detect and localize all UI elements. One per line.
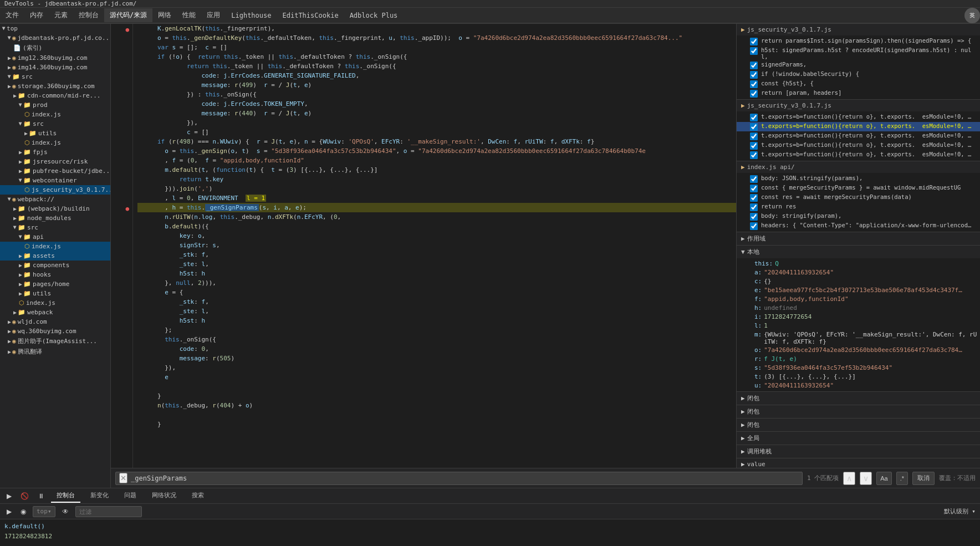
tree-item-index-jdbean[interactable]: 📄 (索引) <box>0 43 110 53</box>
menu-network[interactable]: 网络 <box>152 8 177 22</box>
tree-item-src-cdn[interactable]: ▶ 📁 src <box>0 119 110 129</box>
scope-item-m[interactable]: m:{WUwiv: 'QPOsQ', EFcYR: '__makeSign_re… <box>746 330 980 346</box>
bp-checkbox[interactable] <box>750 71 758 79</box>
tree-item-assets[interactable]: ▶ 📁 assets <box>0 251 110 261</box>
tree-item-utils-cdn[interactable]: ▶ 📁 utils <box>0 129 110 138</box>
tree-item-hooks[interactable]: ▶ 📁 hooks <box>0 270 110 279</box>
tree-item-index-prod[interactable]: ⬡ index.js <box>0 110 110 119</box>
bp-checkbox[interactable] <box>750 151 758 159</box>
bp-checkbox[interactable] <box>750 194 758 202</box>
bp-item[interactable]: t.exports=b=function(){return o}, t.expo… <box>737 131 980 141</box>
bp-item[interactable]: body: stringify(param), <box>737 212 980 221</box>
tree-item-jdbeantask[interactable]: ▶ ◉ jdbeantask-pro.pf.jd.co... <box>0 33 110 43</box>
eye-btn[interactable]: 👁 <box>60 507 71 517</box>
tree-item-index-api[interactable]: ⬡ index.js <box>0 242 110 251</box>
section-header-api[interactable]: ▶ index.js api/ <box>737 161 980 173</box>
bp-item[interactable]: t.exports=b=function(){return o}, t.expo… <box>737 141 980 150</box>
bp-checkbox[interactable] <box>750 123 758 131</box>
console-pause-btn[interactable]: ⏸ <box>35 491 47 501</box>
tree-item-fpjs[interactable]: ▶ 📁 fpjs <box>0 147 110 157</box>
search-case-btn[interactable]: Aa <box>876 472 891 485</box>
tree-item-img12[interactable]: ▶ ◉ img12.360buyimg.com <box>0 53 110 63</box>
scope-item-i[interactable]: i:1712824772654 <box>746 313 980 322</box>
tree-item-src-root[interactable]: ▶ 📁 src <box>0 72 110 81</box>
tab-network-status[interactable]: 网络状况 <box>146 489 182 503</box>
bp-checkbox[interactable] <box>750 132 758 140</box>
bp-checkbox[interactable] <box>750 185 758 192</box>
search-input[interactable] <box>131 474 799 482</box>
bp-item[interactable]: const res = await mergeSecurityParams(da… <box>737 193 980 202</box>
scope-item-t[interactable]: t:(3) [{...}, {...}, {...}] <box>746 372 980 381</box>
menu-sources[interactable]: 源代码/来源 <box>104 8 152 22</box>
menu-application[interactable]: 应用 <box>201 8 226 22</box>
tree-item-webpack-buildin[interactable]: ▶ 📁 (webpack)/buildin <box>0 204 110 213</box>
tree-item-top[interactable]: ▶ top <box>0 24 110 33</box>
scope-header-closure3[interactable]: ▶ 闭包 <box>737 419 980 431</box>
tree-item-prod[interactable]: ▶ 📁 prod <box>0 100 110 110</box>
bp-item[interactable]: h5st: signedParams.h5st ? encodeURI(sign… <box>737 46 980 60</box>
bp-item[interactable]: return params$Inst.sign(paramsSign).then… <box>737 37 980 46</box>
bp-checkbox[interactable] <box>750 203 758 211</box>
tab-newchanges[interactable]: 新变化 <box>85 489 114 503</box>
tree-item-wljd[interactable]: ▶ ◉ wljd.com <box>0 317 110 326</box>
menu-performance[interactable]: 性能 <box>177 8 201 22</box>
bp-checkbox[interactable] <box>750 175 758 183</box>
scope-item-h[interactable]: h:undefined <box>746 304 980 313</box>
scope-header-scope[interactable]: ▶ 作用域 <box>737 232 980 245</box>
console-run-small-btn[interactable]: ▶ <box>4 507 14 517</box>
bp-item[interactable]: body: JSON.stringify(params), <box>737 174 980 183</box>
console-clear-btn[interactable]: 🚫 <box>18 491 31 501</box>
bp-checkbox[interactable] <box>750 114 758 121</box>
scope-item-this[interactable]: this:Q <box>746 259 980 268</box>
tree-item-wq[interactable]: ▶ ◉ wq.360buyimg.com <box>0 326 110 336</box>
scope-header-callstack[interactable]: ▶ 调用堆栈 <box>737 445 980 458</box>
tree-item-webpack-folder[interactable]: ▶ 📁 webpack <box>0 308 110 317</box>
menu-memory[interactable]: 内存 <box>24 8 49 22</box>
tree-item-storage[interactable]: ▶ ◉ storage.360buyimg.com <box>0 81 110 91</box>
menu-elements[interactable]: 元素 <box>49 8 73 22</box>
scope-item-c[interactable]: c:{} <box>746 277 980 286</box>
tree-item-pubfree[interactable]: ▶ 📁 pubfree-bucket/jdbe... <box>0 166 110 176</box>
tree-item-pages-home[interactable]: ▶ 📁 pages/home <box>0 279 110 289</box>
bp-item[interactable]: return res <box>737 202 980 212</box>
scope-item-s[interactable]: s:"5d38f936ea0464fa3c57ef53b2b946434" <box>746 364 980 372</box>
bp-checkbox[interactable] <box>750 222 758 230</box>
search-next-btn[interactable]: ∨ <box>860 472 872 485</box>
tree-item-image-assistant[interactable]: ▶ ◉ 图片助手(ImageAssist... <box>0 336 110 346</box>
bp-item[interactable]: return [param, headers] <box>737 89 980 98</box>
bp-checkbox[interactable] <box>750 80 758 88</box>
menu-file[interactable]: 文件 <box>0 8 24 22</box>
tree-item-utils-webpack[interactable]: ▶ 📁 utils <box>0 289 110 298</box>
menu-console[interactable]: 控制台 <box>73 8 104 22</box>
tab-console[interactable]: 控制台 <box>51 489 80 503</box>
scope-header-global[interactable]: ▶ 全局 <box>737 432 980 445</box>
console-run-btn[interactable]: ▶ <box>4 491 14 501</box>
scope-item-e[interactable]: e:"be15aeea977fc5bc2b4f3072713e53bae506e… <box>746 286 980 295</box>
code-editor[interactable]: K.genLocalTK(this._fingerprint), o = thi… <box>133 24 736 468</box>
scope-item-a[interactable]: a:"20240411163932654" <box>746 268 980 277</box>
bp-checkbox[interactable] <box>750 142 758 150</box>
default-level-btn[interactable]: 默认级别 ▾ <box>944 507 976 516</box>
section-header-security2[interactable]: ▶ js_security_v3_0.1.7.js <box>737 100 980 111</box>
scope-header-value[interactable]: ▶ value <box>737 458 980 468</box>
scope-item-f[interactable]: f:"appid,body,functionId" <box>746 295 980 304</box>
search-cancel-btn[interactable]: 取消 <box>912 472 935 485</box>
scope-header-closure2[interactable]: ▶ 闭包 <box>737 405 980 418</box>
bp-checkbox[interactable] <box>750 62 758 69</box>
bp-checkbox[interactable] <box>750 38 758 45</box>
search-regex-btn[interactable]: .* <box>896 472 908 485</box>
menu-lighthouse[interactable]: Lighthouse <box>226 9 277 22</box>
bp-checkbox[interactable] <box>750 90 758 98</box>
scope-item-o[interactable]: o:"7a4260d6bce2d974a2ea82d3560bbb0eec659… <box>746 346 980 355</box>
tree-item-js-security[interactable]: ⬡ js_security_v3_0.1.7... <box>0 185 110 195</box>
tree-item-jsresource[interactable]: ▶ 📁 jsresource/risk <box>0 157 110 166</box>
search-clear-btn[interactable]: ✕ <box>119 473 127 483</box>
tree-item-src-webpack[interactable]: ▶ 📁 src <box>0 223 110 232</box>
menu-adblock[interactable]: Adblock Plus <box>344 9 404 22</box>
search-prev-btn[interactable]: ∧ <box>843 472 855 485</box>
tree-item-index-src[interactable]: ⬡ index.js <box>0 138 110 147</box>
console-circle-btn[interactable]: ◉ <box>18 507 28 517</box>
section-header-security1[interactable]: ▶ js_security_v3_0.1.7.js <box>737 24 980 35</box>
scope-item-l[interactable]: l:1 <box>746 322 980 330</box>
tree-item-node-modules[interactable]: ▶ 📁 node_modules <box>0 213 110 223</box>
